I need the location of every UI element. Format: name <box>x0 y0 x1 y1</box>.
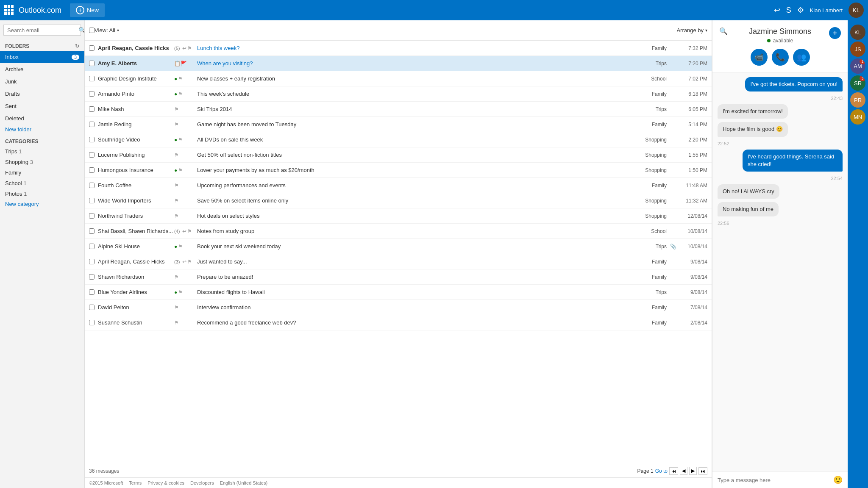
email-row[interactable]: Graphic Design Institute ●⚑ New classes … <box>85 71 712 86</box>
email-row[interactable]: April Reagan, Cassie Hicks (5)↩⚑ Lunch t… <box>85 41 712 56</box>
last-page-button[interactable]: ⏭ <box>698 467 707 475</box>
email-row-icons: ⚑ <box>174 213 195 219</box>
avatar-item-6[interactable]: MN <box>850 109 865 125</box>
category-family[interactable]: Family <box>0 167 84 178</box>
email-sender: Northwind Traders <box>98 213 174 219</box>
email-checkbox[interactable] <box>89 137 95 142</box>
email-time: 7/08/14 <box>678 305 707 311</box>
avatar-item-2[interactable]: JS <box>850 42 865 57</box>
category-school[interactable]: School 1 <box>0 178 84 189</box>
video-call-button[interactable]: 📹 <box>751 49 768 66</box>
chat-input[interactable] <box>718 477 830 483</box>
email-count: (3) <box>174 259 180 264</box>
view-all-dropdown[interactable]: View: All ▾ <box>95 27 119 33</box>
privacy-link[interactable]: Privacy & cookies <box>147 480 184 485</box>
email-time: 12/08/14 <box>678 213 707 219</box>
avatar-item-1[interactable]: KL <box>850 25 865 40</box>
email-row[interactable]: Humongous Insurance ●⚑ Lower your paymen… <box>85 163 712 178</box>
category-trips[interactable]: Trips 1 <box>0 146 84 157</box>
skype-icon[interactable]: S <box>786 6 791 15</box>
user-avatar[interactable]: KL <box>849 3 864 18</box>
go-to-link[interactable]: Go to <box>655 468 668 474</box>
voice-call-button[interactable]: 📞 <box>772 49 789 66</box>
email-subject: Game night has been moved to Tuesday <box>197 121 637 128</box>
email-checkbox[interactable] <box>89 45 95 51</box>
email-checkbox[interactable] <box>89 228 95 234</box>
prev-page-button[interactable]: ◀ <box>680 467 687 475</box>
chat-add-button[interactable]: + <box>829 27 841 39</box>
sidebar-item-sent[interactable]: Sent <box>0 100 84 112</box>
avatar-item-5[interactable]: PR <box>850 92 865 108</box>
email-row[interactable]: Wide World Importers ⚑ Save 50% on selec… <box>85 193 712 208</box>
select-all-checkbox[interactable] <box>89 28 95 33</box>
emoji-button[interactable]: 🙂 <box>833 475 843 485</box>
email-row[interactable]: Shawn Richardson ⚑ Prepare to be amazed!… <box>85 269 712 285</box>
email-row[interactable]: Amy E. Alberts 📋🚩 When are you visiting?… <box>85 56 712 71</box>
email-row[interactable]: Alpine Ski House ●⚑ Book your next ski w… <box>85 239 712 254</box>
app-grid-icon[interactable] <box>4 5 14 15</box>
category-shopping[interactable]: Shopping 3 <box>0 157 84 167</box>
sidebar-item-deleted[interactable]: Deleted <box>0 112 84 125</box>
email-row-icons: ⚑ <box>174 183 195 189</box>
email-checkbox[interactable] <box>89 259 95 264</box>
new-folder-link[interactable]: New folder <box>0 125 84 134</box>
search-input[interactable] <box>7 27 78 33</box>
email-row[interactable]: Shai Bassli, Shawn Richards... (4)↩⚑ Not… <box>85 224 712 239</box>
sidebar-item-drafts[interactable]: Drafts <box>0 88 84 100</box>
language-link[interactable]: English (United States) <box>220 480 268 485</box>
email-checkbox[interactable] <box>89 91 95 97</box>
email-checkbox[interactable] <box>89 274 95 280</box>
email-row[interactable]: Lucerne Publishing ⚑ Get 50% off select … <box>85 147 712 163</box>
email-time: 7:32 PM <box>678 45 707 51</box>
email-checkbox[interactable] <box>89 106 95 112</box>
email-row[interactable]: Susanne Schustin ⚑ Recommend a good free… <box>85 315 712 330</box>
avatar-item-3[interactable]: 1 AM <box>850 58 865 74</box>
first-page-button[interactable]: ⏮ <box>669 467 678 475</box>
terms-link[interactable]: Terms <box>129 480 142 485</box>
sidebar-item-inbox[interactable]: Inbox 3 <box>0 51 84 63</box>
email-checkbox[interactable] <box>89 320 95 325</box>
developers-link[interactable]: Developers <box>190 480 214 485</box>
email-checkbox[interactable] <box>89 244 95 249</box>
email-sender: David Pelton <box>98 304 174 311</box>
email-checkbox[interactable] <box>89 213 95 219</box>
email-checkbox[interactable] <box>89 305 95 310</box>
search-icon[interactable]: 🔍 <box>78 27 85 33</box>
email-row[interactable]: Northwind Traders ⚑ Hot deals on select … <box>85 208 712 224</box>
email-row[interactable]: Mike Nash ⚑ Ski Trips 2014 Trips 6:05 PM <box>85 102 712 117</box>
next-page-button[interactable]: ▶ <box>689 467 697 475</box>
email-row[interactable]: Blue Yonder Airlines ●⚑ Discounted fligh… <box>85 285 712 300</box>
email-row-icons: ●⚑ <box>174 244 195 250</box>
email-checkbox[interactable] <box>89 76 95 81</box>
search-box[interactable]: 🔍 <box>3 25 81 36</box>
chat-search-button[interactable]: 🔍 <box>719 27 728 35</box>
email-checkbox[interactable] <box>89 183 95 188</box>
email-checkbox[interactable] <box>89 122 95 127</box>
email-row[interactable]: David Pelton ⚑ Interview confirmation Fa… <box>85 300 712 315</box>
email-row[interactable]: Fourth Coffee ⚑ Upcoming performances an… <box>85 178 712 193</box>
email-checkbox[interactable] <box>89 289 95 295</box>
new-category-link[interactable]: New category <box>0 199 84 209</box>
add-contact-button[interactable]: 👥 <box>793 49 810 66</box>
arrange-by-dropdown[interactable]: Arrange by ▾ <box>676 27 707 33</box>
back-icon[interactable]: ↩ <box>774 6 780 15</box>
email-checkbox[interactable] <box>89 152 95 158</box>
refresh-icon[interactable]: ↻ <box>75 43 79 49</box>
email-row[interactable]: Jamie Reding ⚑ Game night has been moved… <box>85 117 712 132</box>
email-checkbox[interactable] <box>89 198 95 203</box>
settings-icon[interactable]: ⚙ <box>797 6 804 15</box>
email-row[interactable]: Armando Pinto ●⚑ This week's schedule Fa… <box>85 86 712 102</box>
inbox-label: Inbox <box>5 54 19 60</box>
flag-icon: ⚑ <box>174 122 179 128</box>
avatar-item-4[interactable]: 3 SR <box>850 75 865 91</box>
email-checkbox[interactable] <box>89 167 95 173</box>
email-checkbox[interactable] <box>89 61 95 66</box>
email-row[interactable]: Southridge Video ●⚑ All DVDs on sale thi… <box>85 132 712 147</box>
new-button[interactable]: + New <box>70 3 105 17</box>
email-sender: Southridge Video <box>98 136 174 143</box>
sidebar-item-junk[interactable]: Junk <box>0 75 84 88</box>
sidebar-item-archive[interactable]: Archive <box>0 63 84 75</box>
page-label: Page 1 <box>637 468 654 474</box>
category-photos[interactable]: Photos 1 <box>0 189 84 199</box>
email-row[interactable]: April Reagan, Cassie Hicks (3)↩⚑ Just wa… <box>85 254 712 269</box>
